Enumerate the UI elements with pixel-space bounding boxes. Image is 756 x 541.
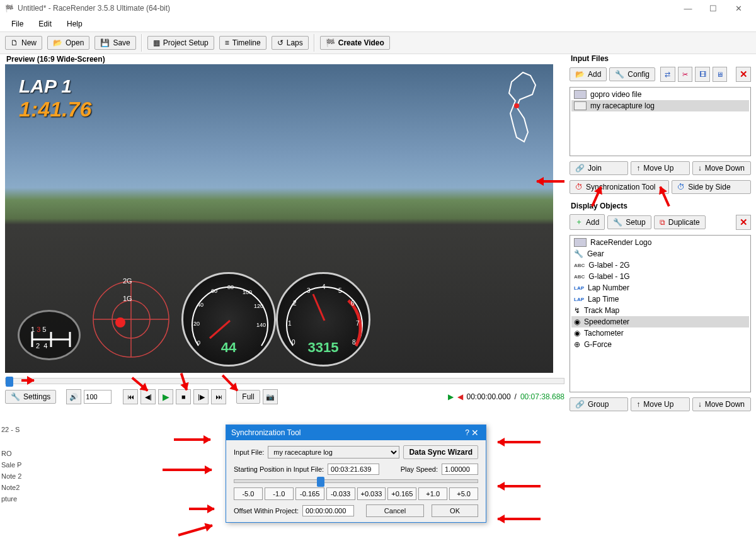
step-minus-0165[interactable]: -0.165 [295, 487, 324, 500]
step-back-far-button[interactable]: ⏮ [123, 389, 138, 404]
arrow-up-icon: ↑ [636, 164, 640, 173]
dialog-titlebar[interactable]: Synchronization Tool ? ✕ [226, 425, 486, 440]
list-item[interactable]: my racecapture log [571, 100, 749, 111]
step-fwd-button[interactable]: |▶ [193, 389, 209, 404]
preview-settings-button[interactable]: 🔧Settings [5, 390, 56, 404]
step-minus-1[interactable]: -1.0 [265, 487, 294, 500]
svg-text:0: 0 [292, 339, 295, 346]
monitor-icon[interactable]: 🖥 [713, 67, 728, 82]
menu-edit[interactable]: Edit [32, 18, 58, 30]
list-item[interactable]: ABCG-label - 2G [571, 259, 749, 271]
play-button[interactable]: ▶ [158, 389, 173, 404]
offset-input[interactable] [302, 505, 354, 516]
dialog-help-icon[interactable]: ? [465, 428, 469, 437]
input-config-button[interactable]: 🔧Config [609, 67, 655, 81]
play-speed-label: Play Speed: [401, 465, 438, 473]
film-icon[interactable]: 🎞 [695, 67, 710, 82]
svg-text:2: 2 [293, 300, 297, 307]
input-moveup-button[interactable]: ↑Move Up [631, 161, 689, 175]
input-delete-button[interactable]: ✕ [736, 67, 751, 82]
sync-slider-thumb[interactable] [317, 477, 324, 487]
svg-point-5 [115, 317, 125, 327]
input-file-label: Input File: [234, 448, 264, 456]
list-item[interactable]: ↯Track Map [571, 305, 749, 316]
display-setup-button[interactable]: 🔧Setup [607, 215, 651, 229]
start-pos-input[interactable] [328, 464, 379, 475]
preview-viewport[interactable]: LAP 1 1:41.76 1 3 5 2 4 2G 1G [5, 64, 553, 373]
display-duplicate-button[interactable]: ⧉Duplicate [654, 215, 706, 229]
display-objects-list[interactable]: RaceRender Logo 🔧Gear ABCG-label - 2G AB… [570, 235, 751, 392]
wrench-icon: 🔧 [11, 392, 20, 401]
window-close[interactable]: ✕ [726, 1, 751, 16]
sync-slider[interactable] [234, 479, 478, 483]
step-minus-0033[interactable]: -0.033 [326, 487, 355, 500]
menu-help[interactable]: Help [60, 18, 89, 30]
display-movedown-button[interactable]: ↓Move Down [692, 397, 751, 411]
timeline-slider[interactable] [5, 378, 564, 384]
volume-icon[interactable]: 🔊 [66, 389, 81, 404]
play-speed-input[interactable] [442, 464, 478, 475]
list-item[interactable]: LAPLap Time [571, 293, 749, 305]
svg-text:40: 40 [197, 302, 203, 308]
laps-button[interactable]: ↺Laps [272, 36, 309, 50]
snapshot-button[interactable]: 📷 [263, 389, 278, 404]
dialog-ok-button[interactable]: OK [432, 504, 478, 517]
annotation-arrow [498, 485, 541, 487]
flag-in-icon[interactable]: ▶ [448, 392, 454, 401]
step-minus-5[interactable]: -5.0 [234, 487, 263, 500]
display-add-button[interactable]: ＋Add [570, 214, 605, 230]
flag-out-icon[interactable]: ◀ [457, 392, 463, 401]
list-item[interactable]: gopro video file [571, 89, 749, 100]
display-delete-button[interactable]: ✕ [736, 215, 751, 230]
tachometer-overlay: 01 23 45 67 8 3315 [276, 272, 370, 367]
preview-label: Preview (16:9 Wide-Screen) [5, 54, 564, 64]
wrench-icon: 🔧 [615, 70, 624, 79]
dialog-close-icon[interactable]: ✕ [469, 428, 481, 438]
list-item[interactable]: ABCG-label - 1G [571, 271, 749, 282]
plus-icon: ＋ [575, 217, 583, 227]
flag-icon: 🏁 [326, 38, 335, 47]
step-plus-5[interactable]: +5.0 [449, 487, 478, 500]
project-setup-icon: ▦ [153, 38, 160, 47]
step-plus-0165[interactable]: +0.165 [387, 487, 416, 500]
list-item[interactable]: ◉Tachometer [571, 327, 749, 339]
timeline-thumb[interactable] [6, 377, 13, 387]
side-by-side-button[interactable]: ⏱Side by Side [672, 180, 751, 194]
list-item[interactable]: LAPLap Number [571, 282, 749, 293]
window-minimize[interactable]: — [675, 1, 701, 16]
link-icon: 🔗 [575, 164, 585, 173]
window-maximize[interactable]: ☐ [701, 1, 726, 16]
join-button[interactable]: 🔗Join [570, 161, 628, 175]
save-button[interactable]: 💾Save [94, 36, 135, 50]
group-button[interactable]: 🔗Group [570, 397, 628, 411]
menu-file[interactable]: File [5, 18, 30, 30]
timeline-button[interactable]: ≡Timeline [219, 36, 266, 50]
sync-tool-button[interactable]: ⏱Synchronization Tool [570, 180, 669, 194]
create-video-button[interactable]: 🏁Create Video [320, 36, 390, 50]
open-button[interactable]: 📂Open [47, 36, 89, 50]
list-item[interactable]: ◉Speedometer [571, 316, 749, 327]
new-button[interactable]: 🗋New [5, 36, 42, 50]
svg-text:120: 120 [254, 303, 263, 309]
input-add-button[interactable]: 📂Add [570, 67, 607, 81]
step-plus-1[interactable]: +1.0 [418, 487, 447, 500]
list-item[interactable]: RaceRender Logo [571, 237, 749, 248]
input-movedown-button[interactable]: ↓Move Down [692, 161, 751, 175]
sync-tool-dialog: Synchronization Tool ? ✕ Input File: my … [226, 424, 486, 523]
data-sync-wizard-button[interactable]: Data Sync Wizard [403, 445, 478, 459]
volume-input[interactable] [84, 390, 112, 404]
dialog-cancel-button[interactable]: Cancel [366, 504, 424, 517]
input-files-list[interactable]: gopro video file my racecapture log [570, 87, 751, 156]
step-fwd-far-button[interactable]: ⏭ [211, 389, 226, 404]
svg-text:8: 8 [352, 339, 356, 346]
svg-text:140: 140 [256, 322, 266, 328]
step-plus-0033[interactable]: +0.033 [357, 487, 386, 500]
scissors-icon[interactable]: ✂ [678, 67, 693, 82]
input-file-select[interactable]: my racecapture log [268, 446, 399, 458]
link-icon[interactable]: ⇄ [660, 67, 675, 82]
list-item[interactable]: 🔧Gear [571, 248, 749, 259]
stopwatch-icon: ⏱ [677, 183, 685, 191]
list-item[interactable]: ⊕G-Force [571, 339, 749, 350]
display-moveup-button[interactable]: ↑Move Up [631, 397, 689, 411]
project-setup-button[interactable]: ▦Project Setup [147, 36, 214, 50]
